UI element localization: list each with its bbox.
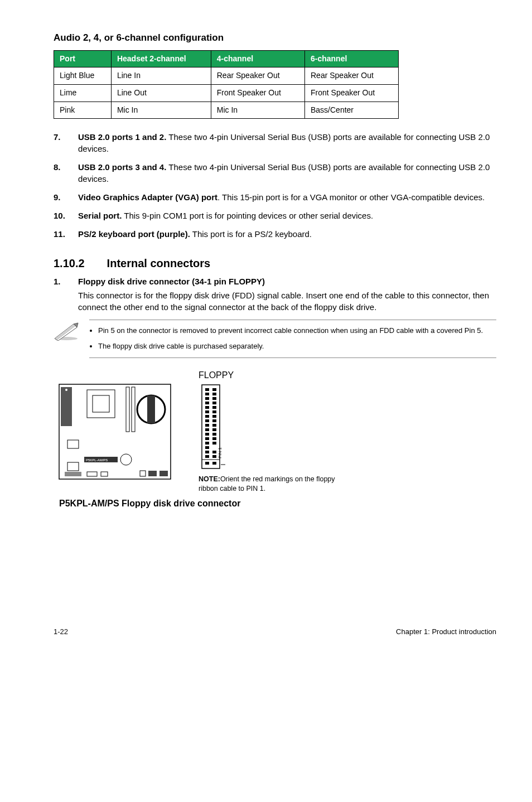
floppy-connector-icon: PIN 1: [199, 384, 226, 470]
svg-point-11: [65, 389, 67, 391]
svg-rect-55: [205, 455, 209, 458]
svg-rect-26: [205, 388, 209, 391]
table-row: Lime Line Out Front Speaker Out Front Sp…: [54, 84, 399, 102]
audio-config-table: Port Headset 2-channel 4-channel 6-chann…: [54, 50, 399, 119]
svg-rect-56: [212, 455, 216, 458]
list-item: 11. PS/2 keyboard port (purple). This po…: [54, 228, 496, 240]
svg-rect-35: [212, 406, 216, 409]
item-text: Video Graphics Adapter (VGA) port. This …: [78, 191, 485, 203]
svg-rect-45: [212, 428, 216, 431]
cell: Rear Speaker Out: [305, 67, 399, 85]
subsection-title: Internal connectors: [107, 255, 211, 271]
diagram-area: P5KPL-AM/PS FLOPPY: [54, 369, 496, 494]
svg-rect-48: [205, 437, 209, 440]
cell: Light Blue: [54, 67, 112, 85]
svg-rect-40: [205, 419, 209, 422]
table-row: Pink Mic In Mic In Bass/Center: [54, 102, 399, 119]
svg-rect-32: [205, 402, 209, 404]
cell: Lime: [54, 84, 112, 102]
svg-rect-51: [212, 442, 216, 445]
item-number: 10.: [54, 210, 78, 221]
svg-rect-12: [67, 440, 79, 448]
cell: Front Speaker Out: [211, 84, 304, 102]
svg-rect-41: [212, 419, 216, 422]
item-number: 11.: [54, 228, 78, 240]
floppy-item: 1. Floppy disk drive connector (34-1 pin…: [54, 276, 496, 287]
svg-rect-52: [205, 446, 209, 449]
diagram-caption: P5KPL-AM/PS Floppy disk drive connector: [59, 497, 496, 510]
th-port: Port: [54, 50, 112, 67]
subsection-number: 1.10.2: [54, 255, 85, 271]
item-desc: This port is for a PS/2 keyboard.: [190, 229, 312, 239]
item-text: USB 2.0 ports 1 and 2. These two 4-pin U…: [78, 131, 496, 154]
item-number: 9.: [54, 191, 78, 203]
cell: Mic In: [111, 102, 211, 119]
item-text: USB 2.0 ports 3 and 4. These two 4-pin U…: [78, 161, 496, 185]
item-title: Floppy disk drive connector (34-1 pin FL…: [78, 276, 265, 287]
svg-rect-24: [101, 472, 108, 476]
svg-rect-29: [212, 393, 216, 395]
subsection-heading: 1.10.2 Internal connectors: [54, 255, 496, 271]
item-number: 7.: [54, 131, 78, 154]
svg-rect-46: [205, 433, 209, 436]
svg-rect-31: [212, 397, 216, 400]
item-body: This connector is for the floppy disk dr…: [78, 289, 496, 313]
connector-label: FLOPPY: [199, 369, 234, 381]
list-item: 10. Serial port. This 9-pin COM1 port is…: [54, 210, 496, 221]
svg-rect-28: [205, 393, 209, 395]
svg-rect-7: [93, 395, 109, 412]
cell: Line Out: [111, 84, 211, 102]
item-text: PS/2 keyboard port (purple). This port i…: [78, 228, 312, 240]
list-item: 7. USB 2.0 ports 1 and 2. These two 4-pi…: [54, 131, 496, 154]
cell: Pink: [54, 102, 112, 119]
svg-rect-47: [212, 433, 216, 436]
page-footer: 1-22 Chapter 1: Product introduction: [54, 627, 496, 637]
svg-rect-23: [87, 472, 97, 476]
th-headset: Headset 2-channel: [111, 50, 211, 67]
cell: Front Speaker Out: [305, 84, 399, 102]
note-body: Pin 5 on the connector is removed to pre…: [89, 320, 496, 357]
svg-rect-20: [148, 471, 157, 476]
svg-rect-37: [212, 410, 216, 413]
audio-heading: Audio 2, 4, or 6-channel configuration: [54, 31, 496, 45]
note-block: Pin 5 on the connector is removed to pre…: [54, 320, 496, 357]
note-icon-wrap: [54, 320, 89, 344]
th-6ch: 6-channel: [305, 50, 399, 67]
cell: Bass/Center: [305, 102, 399, 119]
port-list: 7. USB 2.0 ports 1 and 2. These two 4-pi…: [54, 131, 496, 240]
svg-rect-34: [205, 406, 209, 409]
svg-rect-19: [140, 471, 146, 476]
svg-rect-57: [205, 462, 209, 465]
svg-rect-42: [205, 424, 209, 427]
cell: Line In: [111, 67, 211, 85]
cell: Rear Speaker Out: [211, 67, 304, 85]
svg-rect-36: [205, 410, 209, 413]
note-item: The floppy disk drive cable is purchased…: [98, 341, 496, 351]
item-text: Serial port. This 9-pin COM1 port is for…: [78, 210, 373, 221]
svg-rect-6: [87, 390, 115, 418]
item-desc: . This 15-pin port is for a VGA monitor …: [217, 192, 485, 202]
svg-rect-13: [67, 462, 79, 471]
svg-rect-53: [205, 451, 209, 453]
svg-point-14: [120, 454, 132, 465]
svg-rect-21: [159, 471, 168, 476]
svg-rect-30: [205, 397, 209, 400]
item-desc: This 9-pin COM1 port is for pointing dev…: [122, 211, 373, 220]
svg-rect-27: [212, 388, 216, 391]
pin1-label: PIN 1: [217, 447, 223, 458]
svg-text:P5KPL-AM/PS: P5KPL-AM/PS: [86, 458, 108, 462]
svg-rect-54: [212, 451, 216, 453]
th-4ch: 4-channel: [211, 50, 304, 67]
floppy-connector-detail: FLOPPY: [199, 369, 338, 494]
pencil-note-icon: [54, 322, 79, 341]
svg-rect-22: [65, 472, 81, 476]
item-title: USB 2.0 ports 1 and 2.: [78, 132, 166, 142]
list-item: 9. Video Graphics Adapter (VGA) port. Th…: [54, 191, 496, 203]
svg-rect-18: [147, 395, 155, 423]
item-title: Serial port.: [78, 211, 122, 220]
svg-rect-10: [61, 387, 72, 426]
diagram-note: NOTE:Orient the red markings on the flop…: [199, 475, 338, 494]
svg-rect-49: [212, 437, 216, 440]
svg-rect-9: [132, 387, 135, 432]
cell: Mic In: [211, 102, 304, 119]
